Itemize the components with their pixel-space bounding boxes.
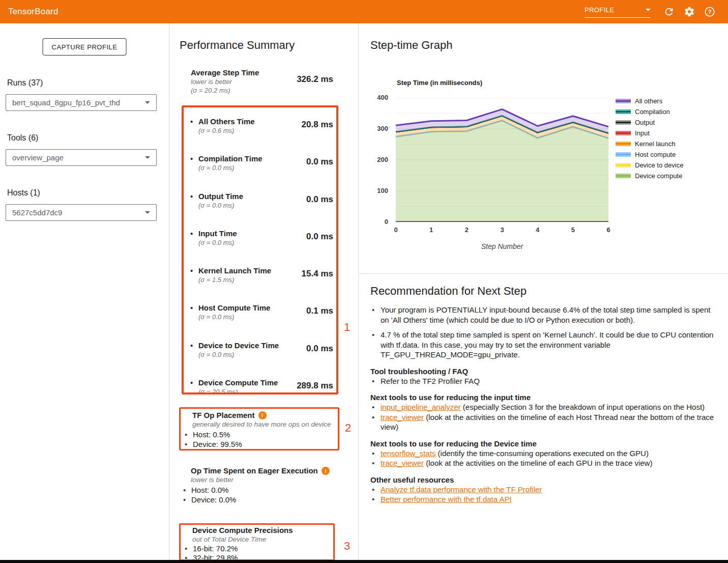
legend-swatch	[616, 174, 631, 178]
dashboard-select-value: PROFILE	[585, 6, 643, 14]
performance-summary-title: Performance Summary	[180, 39, 295, 52]
runs-select[interactable]: bert_squad_8gpu_fp16_pvt_thd	[6, 94, 157, 111]
list-item: 16-bit: 70.2%	[183, 544, 333, 553]
metric-sigma: (σ = 1.5 ms)	[198, 275, 271, 284]
panel-divider	[359, 273, 728, 274]
metric-label: Device Compute Time	[198, 378, 278, 387]
bullet: •	[190, 192, 198, 229]
tool-link[interactable]: trace_viewer	[381, 413, 424, 421]
gear-icon[interactable]	[683, 6, 695, 18]
bullet: •	[190, 378, 198, 395]
legend-item[interactable]: Compilation	[616, 106, 683, 117]
header-toolbar: PROFILE ?	[585, 6, 720, 18]
metric-sigma: (σ = 0.0 ms)	[198, 238, 237, 247]
x-tick-label: 6	[602, 226, 615, 234]
chevron-down-icon	[145, 211, 150, 214]
hosts-select[interactable]: 5627c5dd7dc9	[6, 204, 157, 221]
info-icon[interactable]: i	[258, 411, 267, 419]
main-content: CAPTURE PROFILE Runs (37) bert_squad_8gp…	[0, 23, 728, 560]
metric-sigma: (σ = 0.0 ms)	[198, 350, 279, 359]
legend-label: Compilation	[635, 108, 670, 116]
metric-value: 326.2 ms	[297, 74, 333, 95]
tools-select-value: overview_page	[12, 153, 145, 162]
tool-link[interactable]: trace_viewer	[381, 459, 424, 467]
step-time-panel: Step-time Graph Step Time (in millisecon…	[359, 23, 728, 560]
metric-note: lower is better	[191, 77, 259, 86]
tf-op-placement-subtitle: generally desired to have more ops on de…	[192, 420, 338, 429]
legend-swatch	[616, 163, 631, 167]
x-axis-label: Step Number	[396, 242, 608, 250]
metric-sigma: (σ = 0.0 ms)	[198, 201, 243, 210]
subsection-heading: Next tools to use for reducing the input…	[370, 392, 715, 402]
tool-link[interactable]: input_pipeline_analyzer	[381, 403, 461, 411]
precisions-title: Device Compute Precisions	[192, 526, 333, 534]
eager-title: Op Time Spent on Eager Execution i	[191, 466, 350, 475]
recommendation-subsection: Next tools to use for reducing the Devic…	[370, 439, 715, 468]
recommendation-section: Recommendation for Next Step Your progra…	[370, 285, 715, 504]
metric-text: Output Time(σ = 0.0 ms)	[198, 192, 243, 229]
annotation-number-3: 3	[344, 540, 350, 553]
legend-item[interactable]: All others	[616, 96, 683, 106]
tool-link[interactable]: tensorflow_stats	[381, 449, 435, 458]
recommendation-subsections: Tool troubleshooting / FAQRefer to the T…	[370, 367, 715, 504]
legend-item[interactable]: Device compute	[616, 171, 683, 181]
subsection-item: trace_viewer (look at the activities on …	[370, 412, 715, 432]
metric-text: Host Compute Time(σ = 0.0 ms)	[198, 303, 270, 341]
recommendation-bullets: Your program is POTENTIALLY input-bound …	[370, 305, 715, 360]
x-tick-label: 0	[390, 226, 402, 234]
chart-title: Step Time (in milliseconds)	[397, 79, 482, 87]
tool-link[interactable]: Better performance with the tf.data API	[381, 495, 512, 503]
metric-row: •Compilation Time(σ = 0.0 ms)0.0 ms	[190, 154, 333, 191]
window-bottom-edge	[0, 560, 728, 563]
legend-item[interactable]: Kernel launch	[616, 138, 683, 149]
metric-text: Kernel Launch Time(σ = 1.5 ms)	[198, 266, 271, 303]
legend-item[interactable]: Host compute	[616, 149, 683, 160]
tools-select[interactable]: overview_page	[6, 149, 157, 166]
legend-item[interactable]: Input	[616, 128, 683, 138]
y-tick-label: 0	[366, 218, 388, 226]
hosts-label: Hosts (1)	[7, 188, 40, 198]
metric-value: 0.1 ms	[306, 306, 333, 341]
metric-value: 0.0 ms	[306, 157, 333, 191]
legend-item[interactable]: Device to device	[616, 160, 683, 171]
refresh-icon[interactable]	[663, 6, 675, 18]
metric-row: •Device to Device Time(σ = 0.0 ms)0.0 ms	[190, 341, 333, 378]
list-item: Host: 0.5%	[183, 430, 338, 439]
metric-text: All Others Time(σ = 0.6 ms)	[198, 117, 255, 154]
recommendation-subsection: Next tools to use for reducing the input…	[370, 392, 715, 432]
capture-profile-button[interactable]: CAPTURE PROFILE	[43, 38, 127, 55]
legend-swatch	[616, 142, 631, 146]
annotation-box-2: TF Op Placement i generally desired to h…	[179, 407, 339, 451]
metric-row: •Output Time(σ = 0.0 ms)0.0 ms	[190, 192, 333, 229]
precisions-subtitle: out of Total Device Time	[192, 535, 333, 544]
legend-swatch	[616, 109, 631, 114]
step-time-chart[interactable]	[396, 98, 608, 222]
subsection-heading: Next tools to use for reducing the Devic…	[370, 439, 715, 448]
metric-label: Input Time	[198, 229, 237, 238]
legend-swatch	[616, 131, 631, 135]
recommendation-subsection: Other useful resourcesAnalyze tf.data pe…	[370, 475, 715, 504]
bullet: •	[190, 303, 198, 341]
tf-op-placement-title: TF Op Placement i	[192, 411, 338, 419]
metric-sigma: (σ = 20.5 ms)	[198, 387, 278, 395]
performance-summary-panel: Performance Summary Average Step Time lo…	[170, 23, 359, 560]
tool-link[interactable]: Analyze tf.data performance with the TF …	[381, 485, 542, 494]
legend-swatch	[616, 99, 631, 103]
metric-sigma: (σ = 20.2 ms)	[191, 86, 259, 95]
legend-label: All others	[635, 97, 662, 105]
metric-label: All Others Time	[198, 117, 255, 126]
legend-item[interactable]: Output	[616, 117, 683, 128]
info-icon[interactable]: i	[322, 467, 330, 475]
help-icon[interactable]: ?	[704, 6, 716, 18]
y-tick-label: 100	[366, 187, 388, 194]
eager-execution-block: Op Time Spent on Eager Execution i lower…	[179, 466, 350, 504]
eager-subtitle: lower is better	[191, 475, 350, 485]
dashboard-select[interactable]: PROFILE	[585, 6, 651, 18]
x-tick-label: 3	[496, 226, 508, 234]
metric-label: Kernel Launch Time	[198, 266, 271, 275]
x-tick-label: 4	[532, 226, 544, 234]
metric-row: •All Others Time(σ = 0.6 ms)20.8 ms	[190, 117, 333, 154]
metric-value: 0.0 ms	[306, 194, 333, 229]
annotation-number-2: 2	[345, 421, 351, 435]
metric-text: Compilation Time(σ = 0.0 ms)	[198, 154, 263, 191]
